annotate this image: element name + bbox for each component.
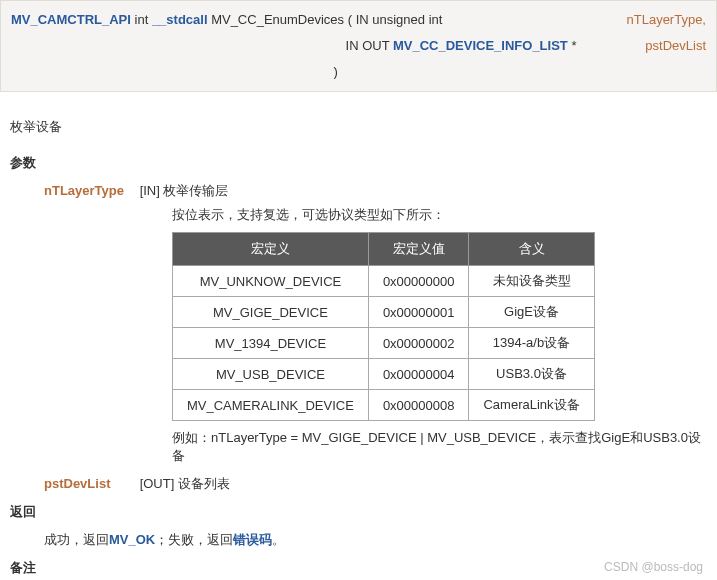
- table-cell: USB3.0设备: [469, 359, 594, 390]
- table-cell: MV_CAMERALINK_DEVICE: [173, 390, 369, 421]
- table-row: MV_1394_DEVICE0x000000021394-a/b设备: [173, 328, 595, 359]
- table-cell: CameraLink设备: [469, 390, 594, 421]
- table-cell: 1394-a/b设备: [469, 328, 594, 359]
- brief-description: 枚举设备: [10, 118, 707, 136]
- table-row: MV_GIGE_DEVICE0x00000001GigE设备: [173, 297, 595, 328]
- param1-name: nTLayerType,: [627, 7, 707, 33]
- table-cell: 0x00000002: [368, 328, 469, 359]
- table-row: MV_USB_DEVICE0x00000004USB3.0设备: [173, 359, 595, 390]
- param-ntlayertype-detail: 按位表示，支持复选，可选协议类型如下所示：: [172, 206, 707, 224]
- macro-table: 宏定义 宏定义值 含义 MV_UNKNOW_DEVICE0x00000000未知…: [172, 232, 595, 421]
- param2-prefix: IN OUT: [346, 38, 393, 53]
- table-row: MV_UNKNOW_DEVICE0x00000000未知设备类型: [173, 266, 595, 297]
- table-cell: MV_USB_DEVICE: [173, 359, 369, 390]
- table-header-row: 宏定义 宏定义值 含义: [173, 233, 595, 266]
- th-value: 宏定义值: [368, 233, 469, 266]
- signature-close: ): [334, 59, 338, 85]
- table-cell: 0x00000004: [368, 359, 469, 390]
- callconv-link[interactable]: __stdcall: [152, 12, 208, 27]
- watermark: CSDN @boss-dog: [604, 560, 703, 574]
- mv-ok-link[interactable]: MV_OK: [109, 532, 155, 547]
- error-code-link[interactable]: 错误码: [233, 532, 272, 547]
- func-name: MV_CC_EnumDevices (: [208, 12, 356, 27]
- param-ntlayertype-name: nTLayerType: [44, 183, 136, 198]
- table-cell: MV_UNKNOW_DEVICE: [173, 266, 369, 297]
- table-cell: GigE设备: [469, 297, 594, 328]
- section-notes: 备注: [10, 559, 707, 577]
- param2-name: pstDevList: [645, 33, 706, 59]
- section-returns: 返回: [10, 503, 707, 521]
- function-signature: MV_CAMCTRL_API int __stdcall MV_CC_EnumD…: [0, 0, 717, 92]
- param1-type: IN unsigned int: [356, 12, 443, 27]
- param2-suffix: *: [568, 38, 577, 53]
- table-cell: MV_1394_DEVICE: [173, 328, 369, 359]
- api-macro-link[interactable]: MV_CAMCTRL_API: [11, 12, 131, 27]
- table-cell: 0x00000008: [368, 390, 469, 421]
- param-pstdevlist-brief: [OUT] 设备列表: [140, 476, 230, 491]
- table-cell: 未知设备类型: [469, 266, 594, 297]
- return-type: int: [131, 12, 152, 27]
- doc-body: 枚举设备 参数 nTLayerType [IN] 枚举传输层 按位表示，支持复选…: [0, 92, 717, 580]
- param2-type-link[interactable]: MV_CC_DEVICE_INFO_LIST: [393, 38, 568, 53]
- table-row: MV_CAMERALINK_DEVICE0x00000008CameraLink…: [173, 390, 595, 421]
- table-cell: 0x00000001: [368, 297, 469, 328]
- return-text: 成功，返回MV_OK；失败，返回错误码。: [44, 531, 707, 549]
- section-params: 参数: [10, 154, 707, 172]
- param-ntlayertype-example: 例如：nTLayerType = MV_GIGE_DEVICE | MV_USB…: [172, 429, 707, 465]
- param-pstdevlist-name: pstDevList: [44, 476, 136, 491]
- th-meaning: 含义: [469, 233, 594, 266]
- param-ntlayertype-brief: [IN] 枚举传输层: [140, 183, 229, 198]
- table-cell: MV_GIGE_DEVICE: [173, 297, 369, 328]
- th-macro: 宏定义: [173, 233, 369, 266]
- table-cell: 0x00000000: [368, 266, 469, 297]
